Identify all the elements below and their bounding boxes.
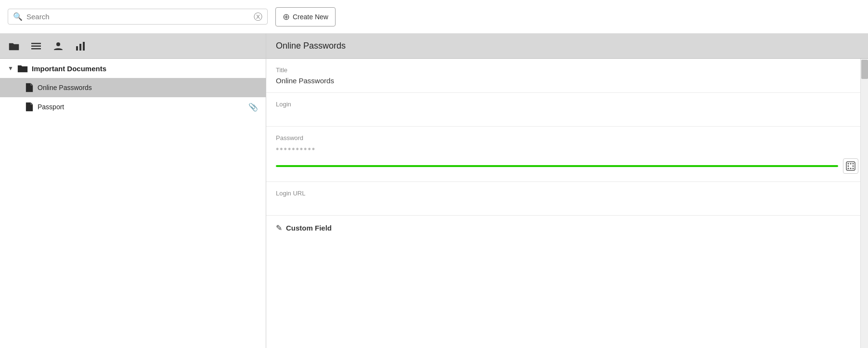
attachment-icon: 📎	[248, 103, 258, 112]
svg-point-3	[56, 42, 60, 46]
password-strength-bar	[276, 165, 838, 167]
login-url-field-section: Login URL	[266, 182, 868, 216]
svg-rect-5	[79, 44, 81, 51]
folder-item-important-documents[interactable]: ▼ Important Documents	[0, 59, 266, 78]
plus-icon: ⊕	[283, 12, 290, 22]
custom-field-section[interactable]: ✎ Custom Field	[266, 216, 868, 240]
folder-toolbar-icon	[9, 42, 19, 51]
doc-label-online-passwords: Online Passwords	[38, 84, 258, 91]
left-panel: ▼ Important Documents Online Passwords	[0, 34, 266, 348]
title-field-label: Title	[276, 66, 858, 74]
search-container: 🔍 ⓧ	[8, 9, 268, 25]
generate-password-button[interactable]	[843, 158, 858, 174]
right-panel: Online Passwords Title Online Passwords …	[266, 34, 868, 348]
top-bar: 🔍 ⓧ ⊕ Create New	[0, 0, 868, 34]
doc-item-online-passwords[interactable]: Online Passwords	[0, 78, 266, 97]
svg-point-12	[853, 166, 854, 167]
user-toolbar-button[interactable]	[52, 40, 65, 52]
svg-point-14	[850, 168, 852, 169]
svg-rect-6	[83, 42, 85, 51]
scrollbar-thumb[interactable]	[861, 60, 868, 79]
svg-point-10	[853, 163, 854, 165]
svg-point-8	[848, 163, 849, 165]
svg-point-15	[853, 168, 854, 169]
folder-chevron-icon: ▼	[8, 65, 13, 72]
password-field-label: Password	[276, 134, 858, 142]
doc-icon-passport	[25, 102, 34, 112]
password-field-value[interactable]: ••••••••••	[276, 144, 316, 155]
list-toolbar-icon	[31, 42, 41, 51]
scrollbar-track[interactable]	[860, 59, 868, 348]
right-panel-title: Online Passwords	[276, 41, 346, 51]
login-field-label: Login	[276, 101, 858, 108]
search-input[interactable]	[26, 13, 254, 21]
svg-rect-4	[76, 46, 78, 51]
login-field-section: Login	[266, 93, 868, 127]
clear-search-button[interactable]: ⓧ	[254, 13, 262, 21]
login-url-field-label: Login URL	[276, 190, 858, 197]
right-panel-content: Title Online Passwords Login Password ••…	[266, 59, 868, 348]
dice-icon	[846, 161, 855, 171]
list-toolbar-button[interactable]	[30, 41, 42, 52]
doc-label-passport: Passport	[38, 103, 245, 111]
password-field-section: Password ••••••••••	[266, 127, 868, 182]
left-panel-toolbar	[0, 34, 266, 59]
svg-rect-2	[31, 48, 41, 50]
folder-tree: ▼ Important Documents Online Passwords	[0, 59, 266, 348]
svg-point-13	[848, 168, 849, 169]
folder-toolbar-button[interactable]	[8, 41, 20, 52]
create-new-button[interactable]: ⊕ Create New	[275, 7, 336, 26]
doc-icon-online-passwords	[25, 83, 34, 92]
chart-toolbar-icon	[75, 41, 86, 51]
user-toolbar-icon	[53, 41, 64, 51]
right-panel-header: Online Passwords	[266, 34, 868, 59]
svg-rect-0	[31, 43, 41, 44]
create-new-label: Create New	[293, 13, 328, 21]
chart-toolbar-button[interactable]	[74, 40, 87, 52]
svg-rect-1	[31, 45, 41, 47]
svg-point-11	[848, 166, 849, 167]
folder-name: Important Documents	[32, 64, 106, 73]
password-strength-container	[276, 158, 858, 174]
doc-item-passport[interactable]: Passport 📎	[0, 97, 266, 116]
folder-icon	[17, 64, 28, 73]
title-field-section: Title Online Passwords	[266, 59, 868, 93]
pencil-icon: ✎	[276, 223, 282, 232]
password-row: ••••••••••	[276, 144, 858, 155]
search-icon: 🔍	[13, 12, 23, 21]
main-layout: ▼ Important Documents Online Passwords	[0, 34, 868, 348]
svg-point-9	[850, 163, 852, 165]
title-field-value[interactable]: Online Passwords	[276, 77, 858, 85]
custom-field-label: Custom Field	[286, 224, 332, 232]
